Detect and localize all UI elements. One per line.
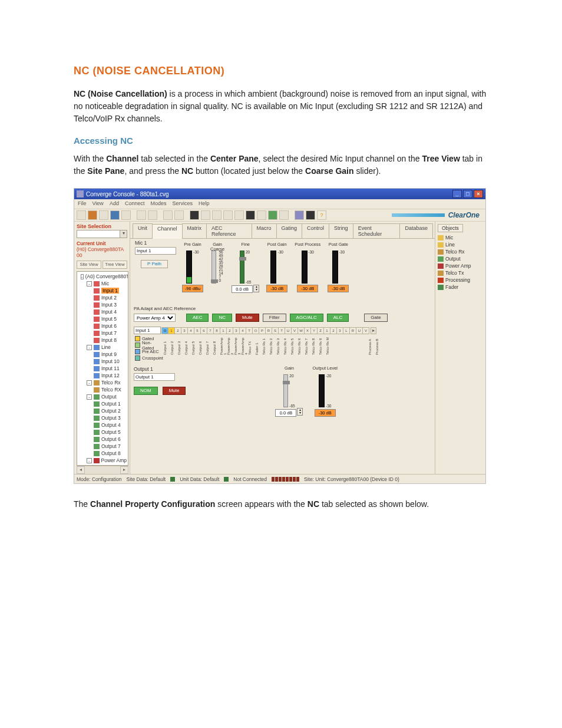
mute-button[interactable]: Mute [236,314,259,322]
agc-button[interactable]: AGC/ALC [290,314,323,322]
toolbar-button[interactable] [279,210,289,220]
tab-database[interactable]: Database [399,223,433,238]
tab-unit[interactable]: Unit [133,223,153,238]
output-gain-value[interactable]: 0.0 dB [275,409,296,417]
tab-aec-reference[interactable]: AEC Reference [206,223,252,238]
tree-view-button[interactable]: Tree View [103,261,127,269]
tree-item[interactable]: Output 4 [78,421,127,429]
tree-item[interactable]: -Power Amp [78,457,127,464]
objects-item[interactable]: Mic [438,234,483,241]
objects-item[interactable]: Telco Rx [438,248,483,255]
tree-item[interactable]: Input 4 [78,308,127,315]
toolbar-button[interactable] [295,210,304,220]
tree-item[interactable]: PowerAmp 1 [78,464,127,466]
tree-item[interactable]: Output 5 [78,429,127,436]
toolbar-button[interactable] [223,210,233,220]
scroll-left-icon[interactable]: ◂ [77,466,85,474]
toolbar-button[interactable] [77,210,86,220]
output-mute-button[interactable]: Mute [163,387,186,395]
tab-control[interactable]: Control [302,223,329,238]
toolbar-button[interactable] [148,210,157,220]
objects-item[interactable]: Fader [438,284,483,291]
tree-item[interactable]: Input 7 [78,330,127,337]
nom-button[interactable]: NOM [134,387,158,395]
tree-item[interactable]: -Telco Rx [78,379,127,386]
spinner-icon[interactable]: ▴▾ [297,408,303,416]
toolbar-button[interactable] [268,210,277,220]
tree-item[interactable]: Input 5 [78,315,127,322]
tree-item[interactable]: -Output [78,393,127,400]
tree-item[interactable]: Output 6 [78,436,127,443]
menu-services[interactable]: Services [172,200,193,207]
menu-modes[interactable]: Modes [150,200,166,207]
tree-item[interactable]: Output 2 [78,407,127,414]
menu-file[interactable]: File [78,200,87,207]
toolbar-button[interactable] [163,210,173,220]
site-view-button[interactable]: Site View [77,261,101,269]
tab-gating[interactable]: Gating [276,223,303,238]
matrix-cell[interactable]: V [362,327,369,334]
tab-channel[interactable]: Channel [152,224,183,239]
spinner-icon[interactable]: ▴▾ [253,285,259,292]
matrix-input-name[interactable]: Input 1 [134,327,161,334]
gain-coarse-slider[interactable]: Gain Coarse 5649423528211470 [210,242,224,301]
tree-item[interactable]: Input 10 [78,358,127,365]
tree-expander-icon[interactable]: - [87,458,92,463]
menu-connect[interactable]: Connect [125,200,145,207]
matrix-cells[interactable]: O123456781234TOPRSTUVWXYZ123LRUV [162,327,369,334]
tree-item[interactable]: Telco RX [78,386,127,393]
nc-button[interactable]: NC [212,314,232,322]
tree-item[interactable]: -Mic [78,280,127,287]
objects-item[interactable]: Power Amp [438,262,483,269]
menu-add[interactable]: Add [110,200,119,207]
tab-matrix[interactable]: Matrix [182,223,207,238]
output-name-input[interactable]: Output 1 [134,373,175,381]
toolbar-button[interactable] [257,210,266,220]
fine-gain-slider[interactable]: Fine 20-65 0.0 dB ▴▾ [232,242,259,301]
tree-expander-icon[interactable]: - [87,345,92,350]
tab-macro[interactable]: Macro [252,223,277,238]
alc-button[interactable]: ALC [327,314,349,322]
window-maximize-button[interactable]: □ [463,190,472,198]
tree-item[interactable]: -Line [78,344,127,351]
scroll-right-icon[interactable]: ▸ [120,466,128,474]
tree-expander-icon[interactable]: - [87,281,92,286]
tree-item[interactable]: Input 12 [78,372,127,379]
toolbar-button[interactable] [234,210,244,220]
tab-string[interactable]: String [329,223,353,238]
toolbar-button[interactable] [88,210,97,220]
tab-event-scheduler[interactable]: Event Scheduler [353,223,401,238]
toolbar-button[interactable] [306,210,315,220]
menu-help[interactable]: Help [199,200,210,207]
tree-item[interactable]: Input 9 [78,351,127,358]
toolbar-button[interactable] [190,210,199,220]
fine-gain-value[interactable]: 0.0 dB [232,285,253,293]
objects-item[interactable]: Line [438,241,483,248]
site-selection-dropdown[interactable]: ▾ [77,230,127,238]
toolbar-help-icon[interactable]: ? [317,210,326,220]
channel-name-input[interactable]: Input 1 [135,247,176,255]
tree-item[interactable]: Input 2 [78,294,127,301]
toolbar-button[interactable] [99,210,108,220]
toolbar-button[interactable] [121,210,131,220]
menu-view[interactable]: View [92,200,104,207]
tree-item[interactable]: -(A0) Converge880TA A [78,273,127,280]
window-titlebar[interactable]: Converge Console - 880ta1.cvg _ □ × [74,189,485,199]
tree-item[interactable]: Input 11 [78,365,127,372]
toolbar-button[interactable] [212,210,222,220]
tree-item[interactable]: Output 1 [78,400,127,407]
toolbar-button[interactable] [174,210,184,220]
aec-button[interactable]: AEC [186,314,209,322]
tree-item[interactable]: Output 7 [78,443,127,450]
gate-button[interactable]: Gate [364,314,387,322]
tree-item[interactable]: Output 3 [78,414,127,421]
objects-item[interactable]: Telco Tx [438,269,483,276]
tree-item[interactable]: Input 6 [78,322,127,330]
tree-item[interactable]: Input 8 [78,337,127,344]
toolbar-button[interactable] [201,210,210,220]
window-close-button[interactable]: × [474,190,483,198]
ppath-button[interactable]: P Path [141,260,168,268]
tree-item[interactable]: Output 8 [78,450,127,457]
toolbar-button[interactable] [246,210,255,220]
tree-view[interactable]: -(A0) Converge880TA A-MicInput 1Input 2I… [77,271,128,466]
